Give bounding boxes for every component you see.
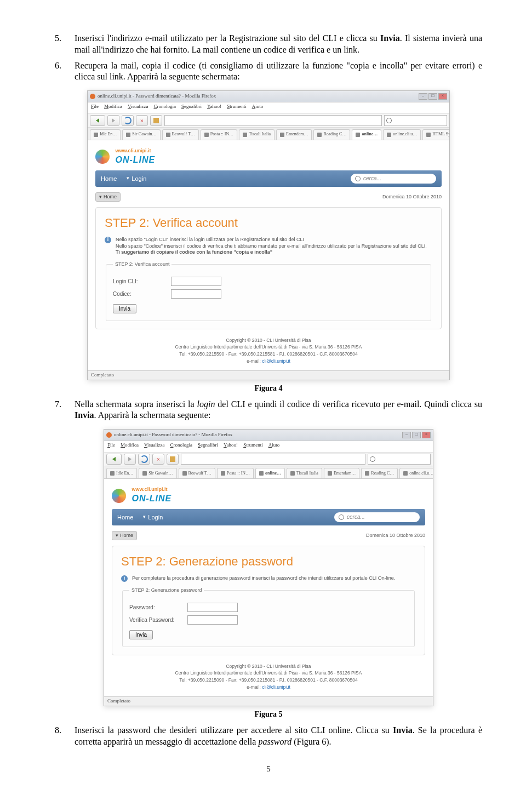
favicon-icon [365,471,369,476]
menu-item[interactable]: Cronologia [170,442,192,451]
list-item-6: 6. Recupera la mail, copia il codice (ti… [55,60,482,83]
home-button[interactable] [150,115,162,126]
breadcrumb-home[interactable]: ▾Home [95,192,121,202]
tab[interactable]: HTML Sym… [422,129,449,140]
stop-button[interactable]: × [136,115,148,126]
tab[interactable]: Tiscali Italia [239,129,275,140]
menu-item[interactable]: Yahoo! [224,442,238,451]
arrow-left-icon [112,457,116,461]
tab[interactable]: Posta :: IN… [217,468,254,478]
tab-active[interactable]: online… [352,129,381,140]
tab-label: Sir Gawain… [132,131,156,137]
menu-item[interactable]: Aiuto [268,442,280,451]
nav-home[interactable]: Home [117,513,133,521]
logo-url: www.cli.unipi.it [115,148,155,155]
max-button[interactable]: □ [428,93,437,100]
step-panel: STEP 2: Generazione password i Per compl… [112,546,425,655]
min-button[interactable]: – [402,432,411,438]
close-button[interactable]: × [438,93,447,100]
screenshot-figure-4: online.cli.unipi.it - Password dimentica… [87,90,450,380]
tab-label: HTML Sym… [432,131,449,137]
forward-button[interactable] [124,454,136,465]
tab[interactable]: Idle En… [106,468,137,478]
login-input[interactable] [171,277,221,286]
tab[interactable]: Sir Gawain… [122,129,160,140]
favicon-icon [142,471,147,476]
home-button[interactable] [167,454,179,465]
stop-button[interactable]: × [152,454,164,465]
site-nav: Home ▾Login cerca... [112,509,425,525]
browser-search[interactable] [384,115,447,126]
close-button[interactable]: × [422,432,431,438]
password-confirm-input[interactable] [187,615,238,625]
site-search[interactable]: cerca... [334,512,420,522]
tab[interactable]: Sir Gawain… [139,468,176,478]
tab-label: Beowulf T… [188,471,211,476]
menu-item[interactable]: Cronologia [153,104,176,112]
menu-item[interactable]: Strumenti [243,442,263,451]
form-legend: STEP 2: Generazione password [129,587,204,594]
tab[interactable]: Beowulf T… [162,129,199,140]
window-buttons: – □ × [402,432,431,438]
tab[interactable]: Reading C… [361,468,398,478]
footer-email-link[interactable]: cli@cli.unipi.it [262,358,290,364]
menu-item[interactable]: Modifica [121,442,139,451]
menu-item[interactable]: Visualizza [144,442,164,451]
tab-label: online… [265,471,281,476]
tab[interactable]: Beowulf T… [179,468,215,478]
list-item-8: 8. Inserisci la password che desideri ut… [55,725,482,748]
favicon-icon [166,133,170,137]
tab[interactable]: Idle En… [90,129,121,140]
breadcrumb-home[interactable]: ▾Home [112,531,137,541]
tab[interactable]: Emendam… [276,129,312,140]
chevron-down-icon: ▾ [127,175,129,182]
menu-item[interactable]: Modifica [104,104,122,112]
min-button[interactable]: – [419,93,427,100]
menu-item[interactable]: File [91,104,99,112]
info-icon: i [121,575,128,582]
tab-active[interactable]: online… [255,468,285,478]
logo-swirl-icon [112,489,126,503]
search-icon [370,456,375,462]
max-button[interactable]: □ [412,432,421,438]
url-bar[interactable] [164,115,382,126]
info-text: Nello spazio "Codice" inserisci il codic… [116,243,432,250]
footer-email-link[interactable]: cli@cli.unipi.it [262,684,290,690]
back-button[interactable] [90,115,105,126]
nav-label: Login [148,513,163,521]
firefox-icon [90,94,95,99]
menu-item[interactable]: Aiuto [252,104,264,112]
nav-login[interactable]: ▾Login [143,513,163,521]
browser-search[interactable] [368,454,431,465]
back-button[interactable] [106,454,122,465]
menu-item[interactable]: Segnalibri [198,442,218,451]
menu-item[interactable]: Yahoo! [207,104,221,112]
menu-item[interactable]: Visualizza [128,104,148,112]
search-icon [386,118,392,123]
stop-icon: × [140,117,144,124]
nav-home[interactable]: Home [101,175,117,182]
tab-label: Idle En… [116,471,133,476]
password-input[interactable] [187,603,238,612]
tab-label: Tiscali Italia [249,131,271,137]
nav-login[interactable]: ▾Login [127,175,146,182]
menu-item[interactable]: File [107,442,115,451]
reload-button[interactable] [122,115,134,126]
menu-item[interactable]: Segnalibri [181,104,202,112]
tab[interactable]: Reading C… [313,129,350,140]
tab[interactable]: Emendam… [324,468,359,478]
menu-item[interactable]: Strumenti [227,104,247,112]
reload-button[interactable] [138,454,150,465]
code-input[interactable] [171,289,221,299]
tab[interactable]: online.cli.u… [383,129,421,140]
url-bar[interactable] [181,454,365,465]
submit-button[interactable]: Invia [113,304,136,313]
footer-line: Tel: +39.050.2215090 - Fax: +39.050.2215… [112,677,425,684]
site-search[interactable]: cerca... [351,174,436,184]
tab[interactable]: Posta :: IN… [201,129,237,140]
submit-button[interactable]: Invia [129,630,153,639]
forward-button[interactable] [107,115,119,126]
arrow-right-icon [128,457,132,461]
tab[interactable]: online.cli.u… [399,468,433,478]
tab[interactable]: Tiscali Italia [287,468,322,478]
